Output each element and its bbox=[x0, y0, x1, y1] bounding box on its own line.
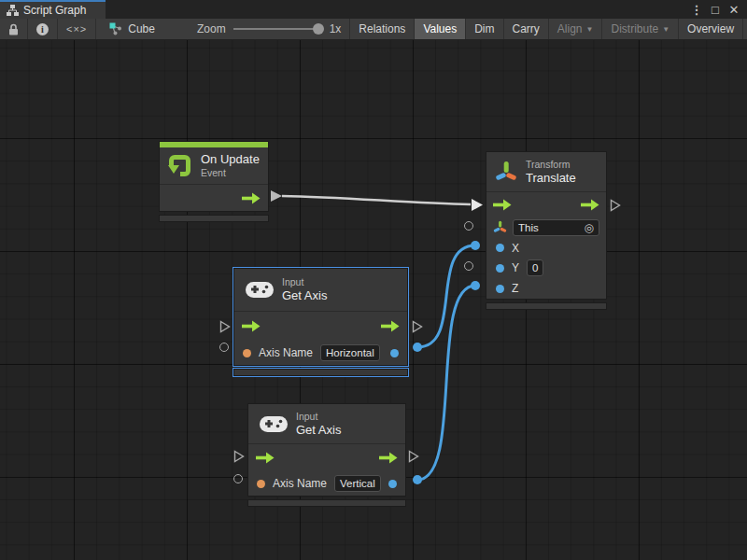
node-on-update[interactable]: On Update Event bbox=[159, 141, 269, 222]
inspect-button[interactable]: i bbox=[28, 19, 58, 39]
zoom-slider[interactable] bbox=[233, 28, 322, 30]
node-title: Get Axis bbox=[282, 288, 327, 303]
node-title: On Update bbox=[201, 152, 260, 167]
graph-target-label: Cube bbox=[128, 22, 155, 35]
this-field-value: This bbox=[518, 221, 539, 234]
graph-node-icon bbox=[109, 22, 122, 35]
node-title: Translate bbox=[526, 171, 576, 186]
flow-wire-onupdate-to-translate[interactable] bbox=[282, 196, 471, 204]
port-label-z: Z bbox=[512, 282, 518, 295]
zoom-value: 1x bbox=[330, 22, 342, 35]
param-label: Axis Name bbox=[259, 346, 313, 359]
values-label: Values bbox=[423, 22, 457, 35]
node-category: Input bbox=[282, 276, 327, 288]
node-category: Input bbox=[296, 411, 341, 423]
unconnected-flow-output-indicator[interactable] bbox=[412, 320, 423, 333]
graph-canvas[interactable]: On Update Event Transform bbox=[0, 40, 747, 560]
lock-icon bbox=[8, 23, 19, 35]
node-category: Transform bbox=[526, 159, 576, 171]
transform-icon bbox=[495, 160, 517, 185]
edit-code-button[interactable]: <×> bbox=[58, 19, 96, 39]
value-output-port[interactable] bbox=[388, 480, 397, 488]
window-controls: ⋮ □ ✕ bbox=[689, 0, 747, 19]
unconnected-flow-output-indicator[interactable] bbox=[408, 450, 419, 463]
values-button[interactable]: Values bbox=[415, 19, 466, 39]
axis-name-field[interactable]: Horizontal bbox=[320, 344, 380, 361]
value-wire-vertical-to-z[interactable] bbox=[417, 286, 475, 480]
wire-endpoint-dot[interactable] bbox=[413, 475, 422, 484]
dim-button[interactable]: Dim bbox=[466, 19, 503, 39]
flow-output-port[interactable] bbox=[379, 452, 398, 464]
maximize-icon[interactable]: □ bbox=[708, 3, 723, 17]
wire-endpoint-dot[interactable] bbox=[471, 241, 480, 250]
graph-target[interactable]: Cube bbox=[96, 19, 163, 39]
flow-wire-dest-arrow-icon bbox=[472, 199, 483, 211]
zoom-label: Zoom bbox=[197, 22, 226, 35]
code-icon: <×> bbox=[66, 23, 87, 35]
wire-endpoint-dot[interactable] bbox=[471, 281, 480, 290]
align-dropdown[interactable]: Align▼ bbox=[549, 19, 603, 39]
flow-output-port[interactable] bbox=[381, 320, 400, 332]
node-translate[interactable]: Transform Translate This ◎ bbox=[486, 151, 607, 310]
flow-input-port[interactable] bbox=[242, 320, 261, 332]
unconnected-port-indicator[interactable] bbox=[233, 474, 243, 483]
value-input-port-z[interactable] bbox=[496, 285, 504, 293]
unconnected-port-indicator[interactable] bbox=[464, 261, 473, 271]
window-menu-icon[interactable]: ⋮ bbox=[689, 3, 704, 17]
on-update-loop-icon bbox=[167, 153, 192, 178]
node-category: Event bbox=[201, 167, 260, 179]
zoom-slider-handle[interactable] bbox=[313, 23, 324, 35]
unconnected-flow-output-indicator[interactable] bbox=[610, 199, 621, 212]
value-output-port[interactable] bbox=[390, 349, 399, 357]
node-footer bbox=[159, 215, 269, 222]
flow-output-port[interactable] bbox=[242, 192, 261, 204]
tab-label: Script Graph bbox=[23, 4, 86, 17]
fullscreen-button[interactable]: Full Screen bbox=[743, 19, 747, 39]
gamepad-icon bbox=[246, 281, 274, 299]
relations-button[interactable]: Relations bbox=[350, 19, 415, 39]
axis-name-field[interactable]: Vertical bbox=[334, 475, 381, 492]
flow-input-port[interactable] bbox=[256, 452, 275, 464]
object-picker-icon[interactable]: ◎ bbox=[585, 221, 594, 234]
unconnected-port-indicator[interactable] bbox=[219, 343, 229, 352]
node-footer bbox=[247, 499, 406, 507]
unconnected-flow-input-indicator[interactable] bbox=[219, 320, 231, 333]
node-get-axis-vertical[interactable]: Input Get Axis Axis Name Vertical bbox=[247, 403, 406, 507]
unconnected-flow-input-indicator[interactable] bbox=[233, 450, 245, 463]
zoom-control: Zoom 1x bbox=[163, 19, 349, 39]
title-bar: Script Graph ⋮ □ ✕ bbox=[0, 0, 747, 19]
gamepad-icon bbox=[260, 415, 288, 433]
param-label: Axis Name bbox=[273, 477, 327, 490]
flow-wire-source-arrow-icon bbox=[271, 190, 282, 202]
lock-button[interactable] bbox=[0, 19, 28, 39]
unconnected-port-indicator[interactable] bbox=[464, 221, 473, 231]
flow-input-port[interactable] bbox=[493, 199, 512, 211]
transform-mini-icon bbox=[493, 220, 507, 234]
y-value-field[interactable]: 0 bbox=[527, 259, 543, 276]
overview-button[interactable]: Overview bbox=[679, 19, 743, 39]
close-icon[interactable]: ✕ bbox=[726, 3, 741, 17]
info-icon: i bbox=[36, 23, 49, 35]
node-get-axis-horizontal[interactable]: Input Get Axis Axis Name Horizontal bbox=[233, 268, 408, 376]
carry-label: Carry bbox=[513, 22, 540, 35]
tab-script-graph[interactable]: Script Graph bbox=[0, 0, 106, 19]
chevron-down-icon: ▼ bbox=[662, 25, 669, 34]
string-input-port[interactable] bbox=[257, 480, 265, 488]
port-label-y: Y bbox=[512, 261, 519, 274]
node-title: Get Axis bbox=[296, 423, 341, 438]
graph-toolbar: i <×> Cube Zoom 1x Relations Values Dim … bbox=[0, 19, 747, 40]
value-input-port-y[interactable] bbox=[496, 264, 504, 273]
dim-label: Dim bbox=[474, 22, 494, 35]
string-input-port[interactable] bbox=[243, 349, 251, 357]
carry-button[interactable]: Carry bbox=[504, 19, 549, 39]
this-object-field[interactable]: This ◎ bbox=[513, 219, 599, 236]
node-footer bbox=[233, 369, 408, 376]
chevron-down-icon: ▼ bbox=[586, 25, 594, 34]
toolbar-right-group: Relations Values Dim Carry Align▼ Distri… bbox=[349, 19, 747, 39]
value-input-port-x[interactable] bbox=[496, 244, 504, 252]
distribute-dropdown[interactable]: Distribute▼ bbox=[602, 19, 679, 39]
wire-endpoint-dot[interactable] bbox=[413, 343, 422, 352]
distribute-label: Distribute bbox=[611, 22, 658, 35]
script-graph-icon bbox=[7, 5, 19, 16]
flow-output-port[interactable] bbox=[581, 199, 599, 211]
